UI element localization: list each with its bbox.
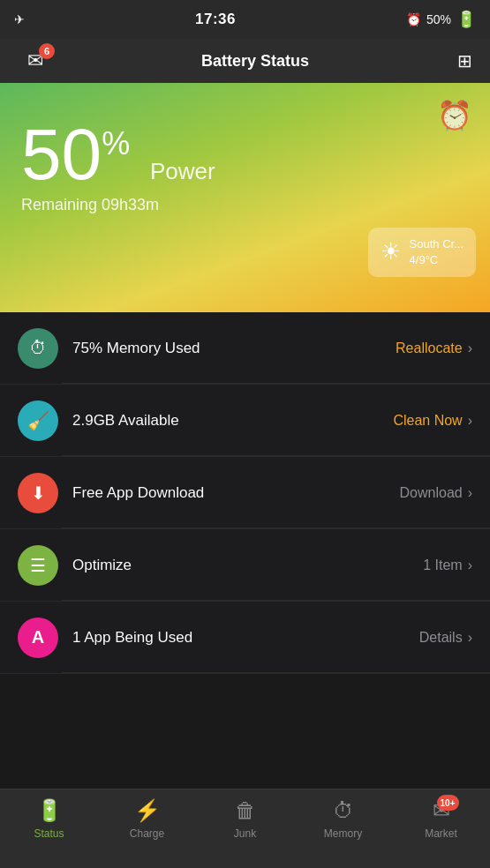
status-bar: ✈ 17:36 ⏰ 50% 🔋 [0,0,490,39]
apps-icon-circle: A [18,617,58,658]
details-label: Details [419,630,463,646]
battery-bar-icon: 🔋 [456,10,476,29]
mail-badge: 6 [39,43,55,59]
tab-charge[interactable]: ⚡ Charge [98,798,196,840]
download-label: Download [400,485,463,501]
chevron-icon: › [468,413,472,429]
download-row[interactable]: ⬇ Free App Download Download › [0,457,490,529]
tab-junk[interactable]: 🗑 Junk [196,798,294,840]
reallocate-action[interactable]: Reallocate › [396,340,472,356]
mail-button[interactable]: ✉ 6 [18,45,53,77]
list-icon: ☰ [30,555,46,576]
tab-charge-icon: ⚡ [134,798,161,823]
grid-icon: ⊞ [457,51,472,71]
battery-value: 50% [21,114,150,194]
tab-junk-icon: 🗑 [235,798,256,823]
tab-market[interactable]: ✉ 10+ Market [392,798,490,840]
airplane-icon: ✈ [14,12,25,26]
clean-now-action[interactable]: Clean Now › [393,413,472,429]
chevron-icon: › [468,340,472,356]
memory-row[interactable]: ⏱ 75% Memory Used Reallocate › [0,312,490,385]
menu-list: ⏱ 75% Memory Used Reallocate › 🧹 2.9GB A… [0,312,490,674]
optimize-row[interactable]: ☰ Optimize 1 Item › [0,529,490,602]
tab-status-label: Status [34,827,64,840]
clean-now-label: Clean Now [393,413,462,429]
app-store-icon: A [32,627,44,647]
apps-text: 1 App Being Used [72,629,419,647]
optimize-icon-circle: ☰ [18,545,58,586]
tab-memory[interactable]: ⏱ Memory [294,798,392,840]
nav-title: Battery Status [201,52,309,71]
clean-text: 2.9GB Available [72,412,393,430]
download-icon-circle: ⬇ [18,473,58,513]
chevron-icon: › [468,557,472,573]
optimize-action[interactable]: 1 Item › [423,557,472,573]
remaining-text: Remaining 09h33m [21,196,469,214]
battery-percent-status: 50% [426,12,451,26]
tab-charge-label: Charge [130,827,164,840]
weather-location: South Cr... [410,236,464,252]
download-text: Free App Download [72,484,400,502]
tab-bar: 🔋 Status ⚡ Charge 🗑 Junk ⏱ Memory ✉ 10+ … [0,789,490,868]
download-icon: ⬇ [31,483,46,504]
timer-icon: ⏱ [29,338,47,358]
download-action[interactable]: Download › [400,485,472,501]
status-bar-left: ✈ [14,12,25,26]
power-label: Power [150,158,215,184]
details-action[interactable]: Details › [419,630,472,646]
weather-widget: ☀ South Cr... 4/9°C [368,228,476,277]
grid-menu-button[interactable]: ⊞ [457,50,472,71]
tab-junk-label: Junk [234,827,256,840]
battery-display: 50% Power [21,118,469,191]
tab-status-icon: 🔋 [36,798,63,823]
clean-icon: 🧹 [27,410,49,431]
alarm-status-icon: ⏰ [406,12,421,26]
sun-icon: ☀ [381,238,401,266]
chevron-icon: › [468,630,472,646]
tab-memory-icon: ⏱ [333,798,354,823]
status-bar-right: ⏰ 50% 🔋 [406,10,476,29]
item-count-label: 1 Item [423,557,462,573]
weather-temp: 4/9°C [410,252,464,268]
apps-row[interactable]: A 1 App Being Used Details › [0,602,490,674]
hero-alarm-icon: ⏰ [437,99,472,132]
time-display: 17:36 [195,11,236,28]
optimize-text: Optimize [72,557,423,574]
tab-memory-label: Memory [324,827,362,840]
tab-market-badge-wrapper: ✉ 10+ [433,798,450,823]
memory-icon-circle: ⏱ [18,328,58,369]
memory-text: 75% Memory Used [72,340,396,357]
nav-bar: ✉ 6 Battery Status ⊞ [0,39,490,83]
hero-banner: ⏰ 50% Power Remaining 09h33m ☀ South Cr.… [0,83,490,312]
market-badge: 10+ [437,795,459,811]
tab-status[interactable]: 🔋 Status [0,798,98,840]
tab-market-label: Market [425,827,457,840]
clean-row[interactable]: 🧹 2.9GB Available Clean Now › [0,385,490,457]
chevron-icon: › [468,485,472,501]
clean-icon-circle: 🧹 [18,400,58,441]
reallocate-label: Reallocate [396,340,463,356]
